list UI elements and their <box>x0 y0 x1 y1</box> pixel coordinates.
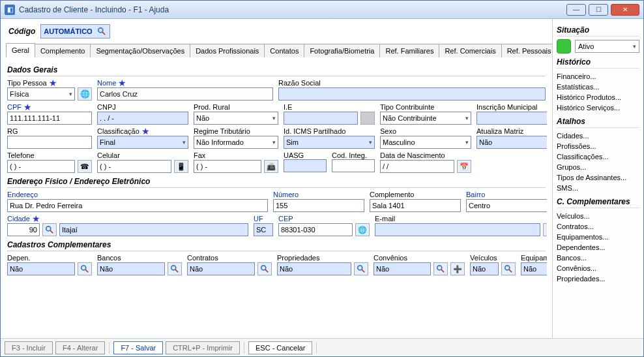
link-grupos[interactable]: Grupos... <box>557 162 639 172</box>
link-sms[interactable]: SMS... <box>557 183 639 193</box>
input-convenios[interactable]: Não <box>373 262 431 275</box>
imprimir-button[interactable]: CTRL+P - Imprimir <box>166 341 240 354</box>
phone-icon[interactable]: ☎ <box>78 160 92 173</box>
select-tipo-pessoa[interactable]: Física <box>7 87 75 101</box>
input-razao-social[interactable] <box>278 87 546 101</box>
link-bancos[interactable]: Bancos... <box>557 253 639 263</box>
input-cpf[interactable]: 111.111.111-11 <box>7 112 92 125</box>
tab-complemento[interactable]: Complemento <box>35 44 91 57</box>
link-cidades[interactable]: Cidades... <box>557 131 639 141</box>
salvar-button[interactable]: F7 - Salvar <box>113 341 163 354</box>
input-propriedades[interactable]: Não <box>277 262 351 275</box>
input-endereco[interactable]: Rua Dr. Pedro Ferreira <box>7 199 268 212</box>
lookup-contratos-icon[interactable] <box>257 262 272 275</box>
input-uasg[interactable] <box>284 159 327 172</box>
add-convenio-icon[interactable]: ➕ <box>450 262 465 275</box>
input-uf[interactable]: SC <box>254 223 273 236</box>
input-telefone[interactable]: ( ) - <box>7 160 75 173</box>
close-button[interactable]: ✕ <box>611 4 639 16</box>
input-veiculos[interactable]: Não <box>470 262 499 275</box>
link-profissoes[interactable]: Profissões... <box>557 141 639 151</box>
status-select[interactable]: Ativo <box>575 40 639 53</box>
lookup-convenios-icon[interactable] <box>433 262 448 275</box>
input-data-nasc[interactable]: / / <box>380 160 454 173</box>
tab-geral[interactable]: Geral <box>6 43 35 57</box>
input-depen[interactable]: Não <box>7 262 75 275</box>
link-financeiro[interactable]: Financeiro... <box>557 71 639 82</box>
alterar-button[interactable]: F4 - Alterar <box>55 341 105 354</box>
link-estatisticas[interactable]: Estatísticas... <box>557 82 639 92</box>
tab-contatos[interactable]: Contatos <box>264 44 304 57</box>
input-fax[interactable]: ( ) - <box>194 160 261 173</box>
select-tipo-contribuinte[interactable]: Não Contribuinte <box>380 112 471 125</box>
ie-button[interactable] <box>360 112 375 125</box>
select-id-icms[interactable]: Sim <box>284 136 375 149</box>
svg-line-3 <box>50 230 53 233</box>
search-icon[interactable] <box>96 26 107 37</box>
minimize-button[interactable]: — <box>566 4 586 16</box>
tab-fotografia[interactable]: Fotografia/Biometria <box>304 44 380 57</box>
select-sexo[interactable]: Masculino <box>380 136 471 149</box>
input-numero[interactable]: 155 <box>273 199 364 212</box>
code-value: AUTOMÁTICO <box>44 27 92 35</box>
input-bairro[interactable]: Centro <box>466 199 547 212</box>
incluir-button[interactable]: F3 - Incluir <box>5 341 53 354</box>
label-telefone: Telefone <box>7 151 92 159</box>
input-cod-integ[interactable] <box>332 159 375 172</box>
input-cidade-code[interactable]: 90 <box>7 223 40 236</box>
link-dependentes[interactable]: Dependentes... <box>557 242 639 253</box>
input-inscricao-municipal[interactable] <box>476 112 547 125</box>
label-prod-rural: Prod. Rural <box>194 103 278 111</box>
tab-ref-familiares[interactable]: Ref. Familiares <box>379 44 439 57</box>
input-equipamen[interactable]: Não <box>521 262 547 275</box>
lookup-cidade-icon[interactable] <box>42 223 57 236</box>
lookup-depen-icon[interactable] <box>78 262 92 275</box>
fax-icon[interactable]: 📠 <box>264 160 278 173</box>
link-tipos-assinantes[interactable]: Tipos de Assinantes... <box>557 172 639 183</box>
mobile-icon[interactable]: 📱 <box>174 160 188 173</box>
sidebar-atalhos-title: Atalhos <box>557 117 639 128</box>
input-cep[interactable]: 88301-030 <box>278 223 353 236</box>
cep-globe-icon[interactable]: 🌐 <box>355 223 370 236</box>
tab-ref-pessoais[interactable]: Ref. Pessoais <box>501 44 552 57</box>
input-celular[interactable]: ( ) - <box>97 160 171 173</box>
input-atualiza-matriz[interactable]: Não <box>476 136 547 149</box>
lookup-propriedades-icon[interactable] <box>354 262 368 275</box>
link-classificacoes[interactable]: Classificações... <box>557 151 639 162</box>
cancelar-button[interactable]: ESC - Cancelar <box>248 341 312 354</box>
link-convenios[interactable]: Convênios... <box>557 263 639 273</box>
input-bancos[interactable]: Não <box>97 262 165 275</box>
maximize-button[interactable]: ☐ <box>589 4 608 16</box>
tab-dados-profissionais[interactable]: Dados Profissionais <box>190 44 265 57</box>
globe-icon[interactable]: 🌐 <box>78 87 92 101</box>
email-icon[interactable]: ✉ <box>543 223 547 236</box>
input-cnpj[interactable]: . . / - <box>97 112 188 125</box>
link-veiculos[interactable]: Veículos... <box>557 211 639 221</box>
code-input[interactable]: AUTOMÁTICO <box>40 24 110 39</box>
svg-point-6 <box>171 266 176 270</box>
link-contratos[interactable]: Contratos... <box>557 221 639 232</box>
main-panel: Código AUTOMÁTICO Geral Complemento Segm… <box>1 19 552 338</box>
calendar-icon[interactable]: 📅 <box>457 160 471 173</box>
display-cidade-name: Itajaí <box>59 223 248 236</box>
link-equipamentos[interactable]: Equipamentos... <box>557 232 639 242</box>
tab-ref-comerciais[interactable]: Ref. Comerciais <box>439 44 501 57</box>
field-nome: Nome★ Carlos Cruz <box>97 79 273 101</box>
select-regime-tributario[interactable]: Não Informado <box>194 136 278 149</box>
input-nome[interactable]: Carlos Cruz <box>97 87 273 101</box>
input-contratos[interactable]: Não <box>187 262 255 275</box>
input-ie[interactable] <box>284 112 358 125</box>
input-complemento[interactable]: Sala 1401 <box>370 199 461 212</box>
link-historico-produtos[interactable]: Histórico Produtos... <box>557 92 639 102</box>
select-prod-rural[interactable]: Não <box>194 112 278 125</box>
lookup-veiculos-icon[interactable] <box>501 262 516 275</box>
tab-segmentacao[interactable]: Segmentação/Observações <box>90 44 190 57</box>
link-historico-servicos[interactable]: Histórico Serviços... <box>557 102 639 113</box>
lookup-bancos-icon[interactable] <box>168 262 182 275</box>
select-classificacao[interactable]: Final <box>97 136 188 149</box>
input-rg[interactable] <box>7 136 92 149</box>
field-fax: Fax ( ) - 📠 <box>194 151 278 173</box>
link-propriedades[interactable]: Propriedades... <box>557 273 639 284</box>
label-contratos: Contratos <box>187 254 272 262</box>
input-email[interactable] <box>375 223 540 236</box>
